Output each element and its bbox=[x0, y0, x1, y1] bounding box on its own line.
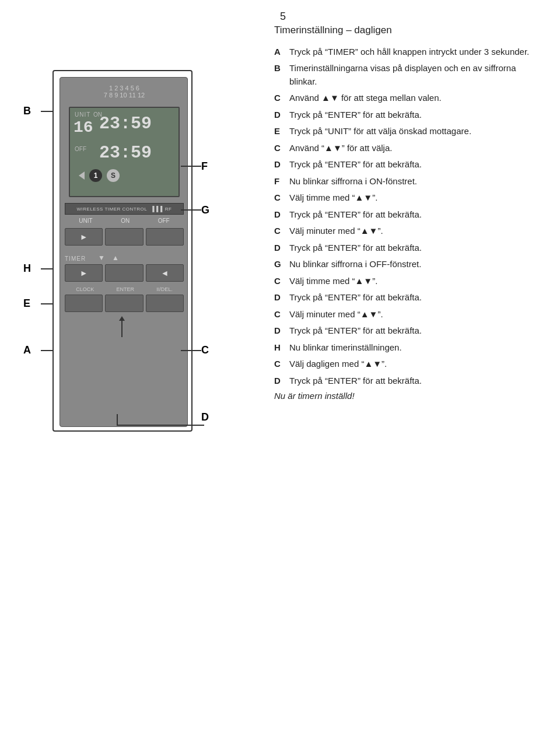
unit-number: 16 bbox=[74, 118, 93, 136]
line-c-connector bbox=[181, 350, 201, 351]
a-buttons-row: ► ◄ bbox=[65, 264, 184, 282]
timer-arrows: ▼ ▲ bbox=[98, 254, 119, 262]
step-letter-9: D bbox=[274, 208, 287, 222]
wireless-text: WIRELESS TIMER CONTROL bbox=[77, 206, 148, 212]
step-text-0: Tryck på “TIMER” och håll knappen intryc… bbox=[289, 45, 529, 59]
e-buttons-row: ► bbox=[65, 228, 184, 246]
label-h: H bbox=[23, 262, 31, 275]
wireless-rf: RF bbox=[165, 206, 172, 212]
page-number: 5 bbox=[280, 10, 286, 23]
step-text-15: Välj minuter med “▲▼”. bbox=[289, 308, 383, 321]
bottom-labels-row: CLOCK ENTER II/DEL. bbox=[65, 286, 184, 292]
enter-arrow-indicator bbox=[121, 320, 123, 337]
step-text-8: Välj timme med “▲▼”. bbox=[289, 191, 377, 205]
instructions-title: Timerinställning – dagligen bbox=[274, 23, 542, 37]
device-outer: 1 2 3 4 5 6 7 8 9 10 11 12 UNIT ON 16 23… bbox=[52, 70, 192, 432]
step-text-11: Tryck på “ENTER” för att bekräfta. bbox=[289, 241, 422, 255]
mode-icons: 1 S bbox=[79, 169, 120, 182]
line-f-connector bbox=[181, 166, 201, 167]
timer-arrow-right-button[interactable]: ► bbox=[65, 264, 103, 282]
step-text-3: Tryck på “ENTER” för att bekräfta. bbox=[289, 108, 422, 122]
instruction-step-19: DTryck på “ENTER” för att bekräfta. bbox=[274, 374, 542, 388]
instruction-step-16: DTryck på “ENTER” för att bekräfta. bbox=[274, 324, 542, 338]
step-letter-4: E bbox=[274, 125, 287, 138]
step-letter-3: D bbox=[274, 108, 287, 122]
step-text-13: Välj timme med “▲▼”. bbox=[289, 275, 377, 288]
step-letter-6: D bbox=[274, 158, 287, 171]
timer-label: TIMER bbox=[65, 255, 86, 262]
final-line: Nu är timern inställd! bbox=[274, 391, 542, 401]
label-d: D bbox=[201, 411, 209, 423]
instruction-step-17: HNu blinkar timerinställningen. bbox=[274, 341, 542, 355]
day-row2: 7 8 9 10 11 12 bbox=[66, 92, 183, 99]
instruction-step-2: CAnvänd ▲▼ för att stega mellan valen. bbox=[274, 92, 542, 105]
instruction-step-15: CVälj minuter med “▲▼”. bbox=[274, 308, 542, 321]
step-text-12: Nu blinkar siffrorna i OFF-fönstret. bbox=[289, 258, 421, 271]
label-f: F bbox=[201, 160, 208, 173]
instruction-step-1: BTimerinställningarna visas på displayen… bbox=[274, 62, 542, 88]
wireless-bar: WIRELESS TIMER CONTROL ▐▐▐ RF bbox=[65, 203, 184, 215]
step-letter-15: C bbox=[274, 308, 287, 321]
clock-label: CLOCK bbox=[76, 286, 94, 292]
unit-button[interactable]: ► bbox=[65, 228, 103, 246]
day-row1: 1 2 3 4 5 6 bbox=[66, 85, 183, 92]
step-letter-16: D bbox=[274, 324, 287, 338]
instruction-step-18: CVälj dagligen med “▲▼”. bbox=[274, 358, 542, 371]
on-btn-label: ON bbox=[121, 218, 130, 224]
step-letter-14: D bbox=[274, 291, 287, 304]
timer-middle-button[interactable] bbox=[105, 264, 143, 282]
label-c: C bbox=[201, 344, 209, 356]
instruction-step-0: ATryck på “TIMER” och håll knappen intry… bbox=[274, 45, 542, 59]
step-letter-10: C bbox=[274, 225, 287, 238]
step-letter-12: G bbox=[274, 258, 287, 271]
instruction-step-5: CAnvänd “▲▼” för att välja. bbox=[274, 142, 542, 155]
timer-up-arrow-icon: ▲ bbox=[112, 254, 119, 262]
clock-button[interactable] bbox=[65, 295, 103, 312]
instructions-section: Timerinställning – dagligen ATryck på “T… bbox=[274, 23, 542, 401]
day-numbers: 1 2 3 4 5 6 7 8 9 10 11 12 bbox=[66, 85, 183, 99]
off-button[interactable] bbox=[146, 228, 184, 246]
label-b: B bbox=[23, 105, 31, 117]
off-label: OFF bbox=[75, 146, 86, 152]
device-section: B H E A 1 2 3 4 5 6 7 8 9 10 11 12 UNIT … bbox=[23, 35, 245, 700]
step-letter-8: C bbox=[274, 191, 287, 205]
line-d-h-connector bbox=[117, 425, 204, 426]
on-button[interactable] bbox=[105, 228, 143, 246]
ii-del-button[interactable] bbox=[146, 295, 184, 312]
time-on: 23:59 bbox=[99, 114, 152, 134]
instruction-step-8: CVälj timme med “▲▼”. bbox=[274, 191, 542, 205]
step-text-4: Tryck på “UNIT” för att välja önskad mot… bbox=[289, 125, 471, 138]
step-letter-11: D bbox=[274, 241, 287, 255]
step-text-14: Tryck på “ENTER” för att bekräfta. bbox=[289, 291, 422, 304]
ii-del-label: II/DEL. bbox=[156, 286, 173, 292]
mode-s-icon: S bbox=[107, 169, 120, 182]
mode-1-icon: 1 bbox=[89, 169, 102, 182]
steps-container: ATryck på “TIMER” och håll knappen intry… bbox=[274, 45, 542, 388]
display-screen: UNIT ON 16 23:59 OFF 23:59 1 S bbox=[69, 107, 180, 197]
instruction-step-4: ETryck på “UNIT” för att välja önskad mo… bbox=[274, 125, 542, 138]
step-letter-0: A bbox=[274, 45, 287, 59]
instruction-step-14: DTryck på “ENTER” för att bekräfta. bbox=[274, 291, 542, 304]
enter-button[interactable] bbox=[105, 295, 143, 312]
device-inner: 1 2 3 4 5 6 7 8 9 10 11 12 UNIT ON 16 23… bbox=[60, 77, 188, 427]
btn-labels-row: UNIT ON OFF bbox=[65, 218, 184, 224]
label-a: A bbox=[23, 344, 31, 356]
step-letter-7: F bbox=[274, 175, 287, 188]
step-text-19: Tryck på “ENTER” för att bekräfta. bbox=[289, 374, 422, 388]
step-text-17: Nu blinkar timerinställningen. bbox=[289, 341, 402, 355]
step-text-1: Timerinställningarna visas på displayen … bbox=[289, 62, 542, 88]
wireless-signal-icon: ▐▐▐ bbox=[150, 206, 163, 212]
instruction-step-7: FNu blinkar siffrorna i ON-fönstret. bbox=[274, 175, 542, 188]
line-d-connector bbox=[117, 414, 118, 426]
label-g: G bbox=[201, 204, 209, 216]
mode-arrow-left-icon bbox=[79, 171, 85, 180]
timer-arrow-left-button[interactable]: ◄ bbox=[146, 264, 184, 282]
instruction-step-6: DTryck på “ENTER” för att bekräfta. bbox=[274, 158, 542, 171]
bottom-buttons-row bbox=[65, 295, 184, 312]
step-text-7: Nu blinkar siffrorna i ON-fönstret. bbox=[289, 175, 417, 188]
step-text-9: Tryck på “ENTER” för att bekräfta. bbox=[289, 208, 422, 222]
instruction-step-12: GNu blinkar siffrorna i OFF-fönstret. bbox=[274, 258, 542, 271]
step-letter-1: B bbox=[274, 62, 287, 88]
instruction-step-3: DTryck på “ENTER” för att bekräfta. bbox=[274, 108, 542, 122]
enter-label: ENTER bbox=[116, 286, 134, 292]
